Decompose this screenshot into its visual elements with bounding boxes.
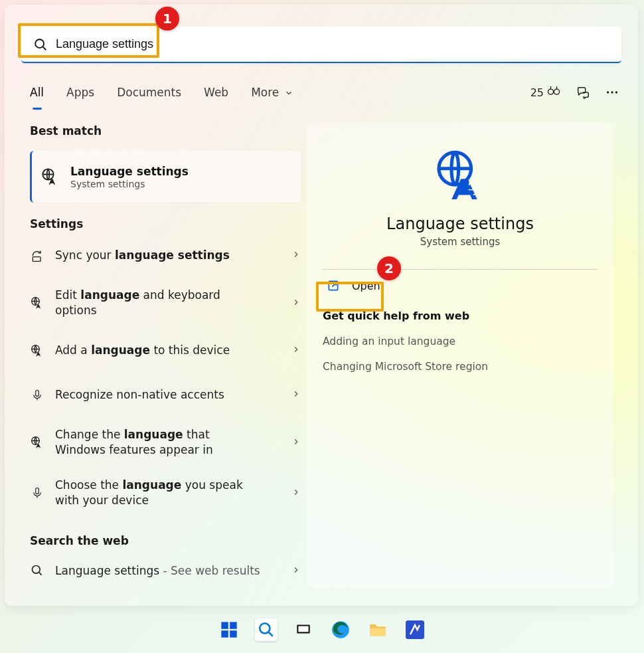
svg-line-17 — [39, 573, 42, 575]
help-link[interactable]: Adding an input language — [323, 335, 598, 347]
tab-more-label: More — [251, 86, 279, 99]
chevron-down-icon — [284, 88, 293, 98]
detail-subtitle: System settings — [323, 236, 598, 248]
tab-apps[interactable]: Apps — [66, 82, 94, 103]
svg-rect-25 — [230, 630, 237, 638]
search-input[interactable] — [56, 37, 454, 51]
svg-rect-31 — [370, 628, 385, 636]
lang-icon — [30, 436, 44, 449]
settings-result-text: Add a language to this device — [55, 343, 230, 358]
svg-point-26 — [260, 623, 270, 633]
annotation-badge-1: 1 — [155, 7, 179, 31]
svg-point-16 — [33, 566, 40, 574]
best-match-subtitle: System settings — [70, 179, 189, 189]
medal-icon — [546, 86, 561, 98]
task-view[interactable] — [292, 618, 315, 641]
tab-more[interactable]: More — [251, 82, 293, 103]
annotation-badge-2: 2 — [377, 256, 401, 280]
search-icon — [258, 621, 275, 638]
svg-text:字: 字 — [468, 180, 483, 197]
chevron-right-icon — [291, 565, 301, 577]
search-box[interactable] — [21, 27, 621, 63]
settings-result-text: Sync your language settings — [55, 248, 230, 263]
settings-result-text: Edit language and keyboard options — [55, 288, 254, 318]
search-web-header: Search the web — [30, 534, 301, 547]
settings-result-text: Recognize non-native accents — [55, 387, 224, 403]
best-match-header: Best match — [30, 124, 301, 138]
svg-point-8 — [615, 91, 617, 93]
detail-hero-icon: 字 A — [323, 148, 598, 203]
chevron-right-icon — [291, 436, 301, 449]
detail-pane: 字 A Language settings System settings Op… — [307, 123, 613, 588]
svg-rect-24 — [221, 630, 228, 638]
web-result-row[interactable]: Language settings - See web results — [30, 551, 301, 590]
settings-result-text: Choose the language you speak with your … — [55, 478, 254, 508]
svg-rect-22 — [221, 622, 228, 629]
language-icon — [41, 167, 60, 186]
svg-rect-23 — [230, 622, 237, 629]
chevron-right-icon — [291, 344, 301, 357]
filter-tabs: All Apps Documents Web More 25 — [30, 82, 619, 103]
windows-icon — [220, 620, 238, 639]
settings-result-row[interactable]: Change the language that Windows feature… — [30, 420, 301, 465]
settings-result-row[interactable]: Edit language and keyboard options — [30, 280, 301, 326]
chevron-right-icon — [291, 389, 301, 401]
web-result-text: Language settings — [55, 564, 159, 577]
tab-documents[interactable]: Documents — [117, 82, 181, 103]
results-column: Best match Language settings System sett… — [30, 124, 301, 590]
folder-icon — [368, 621, 387, 638]
svg-rect-10 — [33, 256, 40, 261]
svg-text:A: A — [461, 179, 469, 192]
best-match-title: Language settings — [70, 165, 189, 178]
detail-title: Language settings — [323, 215, 598, 233]
start-button[interactable] — [218, 618, 240, 641]
svg-point-7 — [611, 91, 613, 93]
help-header: Get quick help from web — [323, 310, 598, 322]
settings-result-row[interactable]: Sync your language settings — [30, 236, 301, 275]
rewards-points[interactable]: 25 — [530, 86, 561, 99]
mic-icon — [30, 388, 44, 403]
help-link[interactable]: Changing Microsoft Store region — [323, 361, 598, 373]
open-label: Open — [352, 280, 380, 292]
svg-point-0 — [35, 39, 44, 48]
lang-icon — [30, 296, 44, 310]
taskbar — [0, 613, 644, 646]
lang-icon — [30, 344, 44, 357]
settings-result-row[interactable]: Choose the language you speak with your … — [30, 470, 301, 515]
svg-rect-13 — [36, 390, 39, 396]
svg-point-3 — [554, 89, 559, 94]
svg-rect-15 — [36, 488, 39, 494]
svg-point-2 — [548, 89, 553, 94]
settings-result-row[interactable]: Add a language to this device — [30, 331, 301, 370]
chevron-right-icon — [291, 297, 301, 310]
chevron-right-icon — [291, 487, 301, 500]
settings-result-row[interactable]: Recognize non-native accents — [30, 375, 301, 415]
settings-header: Settings — [30, 217, 301, 231]
open-button[interactable]: Open — [323, 270, 598, 302]
taskbar-search[interactable] — [255, 618, 278, 641]
svg-point-6 — [607, 91, 609, 93]
sync-icon — [30, 249, 44, 262]
chat-icon[interactable] — [576, 85, 590, 100]
search-panel: All Apps Documents Web More 25 — [5, 5, 638, 606]
best-match-result[interactable]: Language settings System settings — [30, 151, 301, 203]
rewards-points-value: 25 — [530, 86, 544, 99]
taskbar-edge[interactable] — [329, 618, 352, 641]
web-result-suffix: - See web results — [159, 564, 260, 577]
app-icon — [406, 620, 424, 639]
taskbar-app[interactable] — [404, 618, 426, 641]
tab-web[interactable]: Web — [204, 82, 228, 103]
chevron-right-icon — [291, 249, 301, 262]
tab-all[interactable]: All — [30, 82, 44, 103]
edge-icon — [331, 620, 350, 639]
search-icon — [33, 37, 48, 52]
search-icon — [31, 564, 44, 577]
svg-rect-29 — [298, 626, 308, 632]
svg-line-27 — [269, 632, 273, 636]
settings-result-text: Change the language that Windows feature… — [55, 427, 254, 458]
mic-icon — [30, 486, 44, 500]
open-external-icon — [327, 279, 340, 292]
more-icon[interactable] — [605, 85, 619, 100]
taskbar-explorer[interactable] — [366, 618, 389, 641]
task-view-icon — [295, 621, 312, 638]
